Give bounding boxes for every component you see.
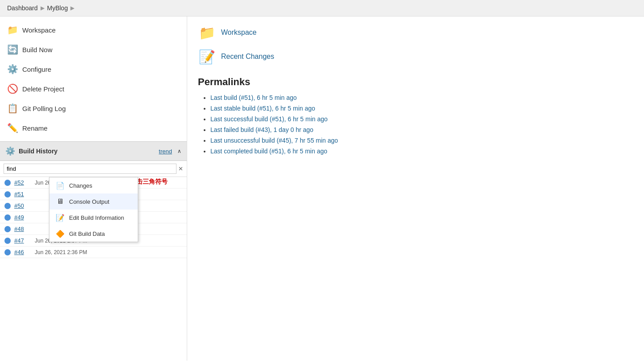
build-history-collapse-btn[interactable]: ∧ — [177, 148, 181, 154]
permalink-last-successful-build-link[interactable]: Last successful build (#51), 6 hr 5 min … — [210, 115, 328, 123]
configure-icon: ⚙️ — [7, 64, 18, 74]
workspace-icon: 📁 — [7, 25, 18, 35]
build-status-51 — [4, 191, 11, 197]
sidebar-item-configure[interactable]: ⚙️ Configure — [0, 59, 187, 79]
sidebar-item-git-polling-log[interactable]: 📋 Git Polling Log — [0, 99, 187, 118]
permalinks-list: Last build (#51), 6 hr 5 min ago Last st… — [198, 94, 633, 155]
sidebar-git-polling-label: Git Polling Log — [22, 105, 66, 112]
breadcrumb-sep-1: ▶ — [41, 5, 45, 11]
permalink-last-failed-build: Last failed build (#43), 1 day 0 hr ago — [210, 126, 633, 133]
build-status-46 — [4, 249, 11, 255]
build-search-input[interactable] — [4, 164, 176, 174]
main-link-recent-changes: 📝 Recent Changes — [198, 48, 633, 66]
build-link-49[interactable]: #49 — [14, 214, 30, 221]
main-workspace-icon: 📁 — [198, 24, 216, 41]
build-status-52 — [4, 180, 11, 186]
console-output-icon: 🖥 — [56, 197, 65, 206]
sidebar-configure-label: Configure — [22, 66, 51, 73]
edit-build-info-icon: 📝 — [56, 213, 65, 222]
sidebar-item-build-now[interactable]: 🔄 Build Now — [0, 40, 187, 59]
permalink-last-failed-build-link[interactable]: Last failed build (#43), 1 day 0 hr ago — [210, 126, 313, 133]
context-menu-console-output[interactable]: 🖥 Console Output — [49, 193, 138, 210]
build-list: #52 Jun 26, 2021 10:27 PM ▼ 1、点击三角符号 📄 C… — [0, 177, 187, 361]
permalink-last-stable-build: Last stable build (#51), 6 hr 5 min ago — [210, 105, 633, 112]
main-workspace-link[interactable]: Workspace — [221, 29, 257, 37]
breadcrumb-sep-2: ▶ — [70, 5, 74, 11]
sidebar-item-rename[interactable]: ✏️ Rename — [0, 118, 187, 138]
sidebar-item-delete-project[interactable]: 🚫 Delete Project — [0, 79, 187, 99]
build-link-47[interactable]: #47 — [14, 237, 30, 244]
sidebar-nav: 📁 Workspace 🔄 Build Now ⚙️ Configure 🚫 D… — [0, 16, 187, 141]
delete-icon: 🚫 — [7, 83, 18, 94]
context-changes-label: Changes — [69, 182, 92, 189]
sidebar-delete-label: Delete Project — [22, 85, 64, 93]
context-git-build-label: Git Build Data — [69, 230, 105, 237]
git-build-data-icon: 🔶 — [56, 229, 65, 238]
main-content: 📁 Workspace 📝 Recent Changes Permalinks … — [187, 16, 644, 361]
build-link-48[interactable]: #48 — [14, 226, 30, 232]
permalink-last-completed-build: Last completed build (#51), 6 hr 5 min a… — [210, 148, 633, 155]
permalink-last-unsuccessful-build: Last unsuccessful build (#45), 7 hr 55 m… — [210, 137, 633, 144]
permalinks-title: Permalinks — [198, 76, 633, 88]
sidebar-item-workspace[interactable]: 📁 Workspace — [0, 20, 187, 40]
permalink-last-build-link[interactable]: Last build (#51), 6 hr 5 min ago — [210, 94, 297, 101]
build-row-46[interactable]: #46 Jun 26, 2021 2:36 PM — [0, 247, 187, 258]
build-now-icon: 🔄 — [7, 44, 18, 55]
sidebar-workspace-label: Workspace — [22, 26, 56, 34]
build-link-46[interactable]: #46 — [14, 249, 30, 255]
build-link-52[interactable]: #52 — [14, 179, 30, 186]
build-status-50 — [4, 203, 11, 209]
build-history-icon: ⚙️ — [5, 146, 15, 156]
git-polling-icon: 📋 — [7, 103, 18, 114]
sidebar: 📁 Workspace 🔄 Build Now ⚙️ Configure 🚫 D… — [0, 16, 187, 361]
changes-icon: 📄 — [56, 181, 65, 190]
build-history-header: ⚙️ Build History trend ∧ — [0, 141, 187, 161]
context-menu-changes[interactable]: 📄 Changes — [49, 177, 138, 193]
breadcrumb-myblog[interactable]: MyBlog — [47, 4, 68, 12]
permalink-last-successful-build: Last successful build (#51), 6 hr 5 min … — [210, 115, 633, 123]
main-links-section: 📁 Workspace 📝 Recent Changes — [198, 24, 633, 66]
main-recent-changes-link[interactable]: Recent Changes — [221, 53, 274, 61]
build-search-bar: ✕ — [0, 161, 187, 177]
rename-icon: ✏️ — [7, 123, 18, 133]
permalink-last-unsuccessful-build-link[interactable]: Last unsuccessful build (#45), 7 hr 55 m… — [210, 137, 338, 144]
context-menu-edit-build-info[interactable]: 📝 Edit Build Information — [49, 210, 138, 226]
build-status-48 — [4, 226, 11, 232]
sidebar-rename-label: Rename — [22, 124, 48, 132]
context-console-label: Console Output — [69, 198, 109, 205]
permalink-last-build: Last build (#51), 6 hr 5 min ago — [210, 94, 633, 101]
context-menu-git-build-data[interactable]: 🔶 Git Build Data — [49, 226, 138, 242]
breadcrumb-dashboard[interactable]: Dashboard — [7, 4, 38, 12]
permalink-last-completed-build-link[interactable]: Last completed build (#51), 6 hr 5 min a… — [210, 148, 327, 155]
build-history-title: Build History — [19, 148, 155, 155]
main-link-workspace: 📁 Workspace — [198, 24, 633, 41]
build-status-47 — [4, 238, 11, 244]
build-search-clear-btn[interactable]: ✕ — [178, 165, 183, 172]
build-link-51[interactable]: #51 — [14, 191, 30, 197]
main-recent-changes-icon: 📝 — [198, 48, 216, 66]
build-row-52[interactable]: #52 Jun 26, 2021 10:27 PM ▼ 1、点击三角符号 📄 C… — [0, 177, 187, 189]
context-menu: 📄 Changes 🖥 Console Output 📝 Edit Build … — [49, 177, 138, 242]
sidebar-build-now-label: Build Now — [22, 46, 53, 53]
permalink-last-stable-build-link[interactable]: Last stable build (#51), 6 hr 5 min ago — [210, 105, 315, 112]
build-date-46: Jun 26, 2021 2:36 PM — [35, 249, 87, 255]
permalinks-section: Permalinks Last build (#51), 6 hr 5 min … — [198, 76, 633, 155]
main-layout: 📁 Workspace 🔄 Build Now ⚙️ Configure 🚫 D… — [0, 16, 644, 361]
build-status-49 — [4, 214, 11, 221]
build-link-50[interactable]: #50 — [14, 202, 30, 209]
context-edit-build-label: Edit Build Information — [69, 214, 124, 221]
build-history-trend-link[interactable]: trend — [159, 148, 172, 155]
breadcrumb: Dashboard ▶ MyBlog ▶ — [0, 0, 644, 16]
